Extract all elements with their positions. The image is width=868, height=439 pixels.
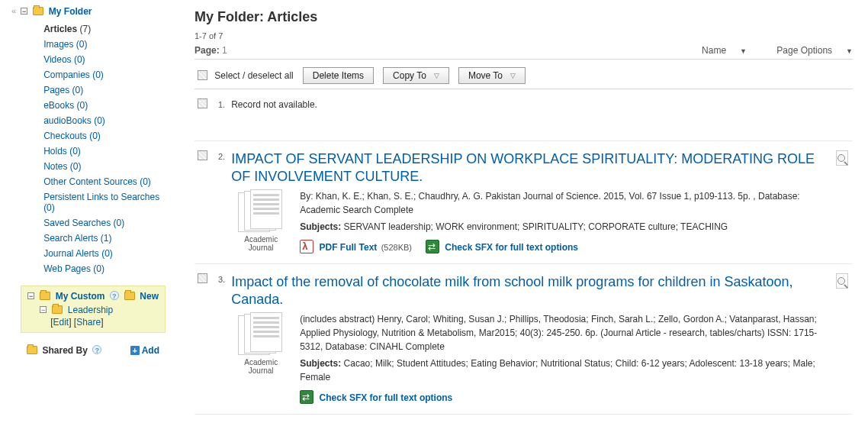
plus-icon: + — [130, 346, 140, 355]
unavailable-text: Record not available. — [231, 99, 317, 110]
result-row: 3.Impact of the removal of chocolate mil… — [194, 264, 853, 415]
sidebar-item[interactable]: Videos (0) — [43, 52, 166, 67]
pdf-full-text-link[interactable]: PDF Full Text (528KB) — [300, 240, 412, 254]
result-byline: (includes abstract) Henry, Carol; Whitin… — [300, 312, 824, 353]
sidebar-item[interactable]: Web Pages (0) — [43, 261, 166, 276]
tree-toggle-icon[interactable]: − — [27, 292, 34, 299]
result-index: 3. — [218, 275, 225, 284]
sidebar-item[interactable]: Saved Searches (0) — [43, 215, 166, 231]
select-all-label[interactable]: Select / deselect all — [214, 70, 293, 81]
custom-folders-box: − My Custom ? New − — [21, 286, 166, 333]
result-type-label: Academic Journal — [231, 235, 291, 252]
result-subjects: Subjects: SERVANT leadership; WORK envir… — [300, 220, 824, 234]
bulk-toolbar: Select / deselect all Delete Items Copy … — [194, 63, 853, 89]
result-subjects: Subjects: Cacao; Milk; Student Attitudes… — [300, 357, 824, 384]
results-list: 1.Record not available.2.IMPACT OF SERVA… — [194, 89, 853, 415]
result-title-link[interactable]: Impact of the removal of chocolate milk … — [231, 273, 824, 308]
sidebar-item[interactable]: Search Alerts (1) — [43, 231, 166, 246]
result-thumbnail: Academic Journal — [231, 312, 291, 405]
result-title-link[interactable]: IMPACT OF SERVANT LEADERSHIP ON WORKPLAC… — [231, 150, 824, 185]
result-checkbox[interactable] — [198, 98, 207, 108]
check-sfx-link[interactable]: Check SFX for full text options — [426, 240, 578, 254]
shared-by-label: Shared By — [42, 345, 87, 356]
page-label: Page: — [194, 45, 220, 56]
sidebar-item[interactable]: Articles (7) — [43, 21, 166, 37]
page-title: My Folder: Articles — [194, 9, 853, 25]
add-shared-button[interactable]: +Add — [130, 345, 159, 356]
folder-category-list: Articles (7)Images (0)Videos (0)Companie… — [43, 21, 166, 276]
collapse-sidebar-icon[interactable]: « — [11, 6, 16, 15]
pdf-icon — [300, 240, 313, 253]
sidebar-item[interactable]: Other Content Sources (0) — [43, 174, 166, 189]
sidebar-item[interactable]: audioBooks (0) — [43, 113, 166, 128]
sidebar-root-folder[interactable]: − My Folder — [21, 6, 166, 17]
result-type-label: Academic Journal — [231, 358, 291, 375]
preview-icon[interactable] — [836, 150, 850, 167]
custom-folder-leadership[interactable]: Leadership — [68, 305, 113, 315]
sidebar-item[interactable]: Persistent Links to Searches (0) — [43, 189, 166, 215]
shared-by-row: Shared By ? +Add — [21, 342, 166, 359]
result-range: 1-7 of 7 — [194, 31, 853, 40]
result-row: 2.IMPACT OF SERVANT LEADERSHIP ON WORKPL… — [194, 141, 853, 264]
sidebar-item[interactable]: Journal Alerts (0) — [43, 246, 166, 261]
folder-icon — [40, 292, 50, 300]
delete-items-button[interactable]: Delete Items — [303, 67, 374, 84]
preview-icon[interactable] — [836, 273, 850, 290]
result-row: 1.Record not available. — [194, 89, 853, 141]
root-folder-label: My Folder — [49, 6, 92, 17]
select-all-checkbox[interactable] — [198, 70, 207, 80]
result-checkbox[interactable] — [198, 150, 207, 160]
sort-name-dropdown[interactable]: Name▼ — [688, 45, 747, 56]
new-custom-folder-button[interactable]: New — [124, 291, 159, 302]
result-checkbox[interactable] — [198, 273, 207, 283]
tree-toggle-icon[interactable]: − — [40, 306, 47, 313]
edit-folder-link[interactable]: Edit — [53, 317, 69, 328]
sfx-icon — [426, 240, 439, 253]
help-icon[interactable]: ? — [110, 291, 119, 300]
sidebar-item[interactable]: Companies (0) — [43, 67, 166, 82]
move-to-button[interactable]: Move To▽ — [458, 67, 526, 84]
sidebar: « − My Folder Articles (7)Images (0)Vide… — [0, 0, 172, 421]
my-custom-folder[interactable]: − My Custom ? — [27, 291, 119, 302]
sidebar-item[interactable]: Holds (0) — [43, 144, 166, 159]
copy-to-button[interactable]: Copy To▽ — [383, 67, 449, 84]
sidebar-item[interactable]: Pages (0) — [43, 82, 166, 98]
result-index: 1. — [218, 100, 225, 109]
folder-icon — [27, 346, 37, 354]
folder-icon — [33, 7, 43, 15]
result-index: 2. — [218, 152, 225, 161]
sfx-icon — [300, 390, 313, 404]
result-thumbnail: Academic Journal — [231, 189, 291, 254]
tree-toggle-icon[interactable]: − — [21, 8, 27, 15]
sidebar-item[interactable]: Notes (0) — [43, 159, 166, 174]
folder-icon — [124, 292, 135, 300]
page-options-dropdown[interactable]: Page Options▼ — [763, 45, 853, 56]
main-content: My Folder: Articles 1-7 of 7 Page: 1 Nam… — [172, 0, 868, 421]
help-icon[interactable]: ? — [92, 345, 101, 354]
share-folder-link[interactable]: Share — [76, 317, 101, 328]
page-number: 1 — [222, 45, 227, 56]
sidebar-item[interactable]: Images (0) — [43, 37, 166, 52]
sidebar-item[interactable]: Checkouts (0) — [43, 128, 166, 144]
sidebar-item[interactable]: eBooks (0) — [43, 98, 166, 113]
folder-icon — [52, 305, 63, 314]
result-byline: By: Khan, K. E.; Khan, S. E.; Chaudhry, … — [300, 189, 824, 217]
check-sfx-link[interactable]: Check SFX for full text options — [300, 390, 452, 405]
